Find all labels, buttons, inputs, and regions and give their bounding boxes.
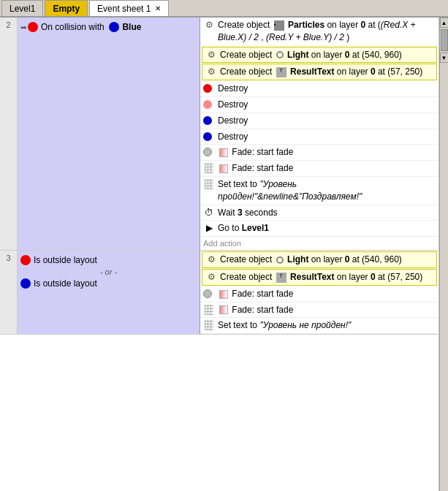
tab-bar: Level1 Empty Event sheet 1 ✕ xyxy=(0,0,448,18)
fade-grid-icon-1 xyxy=(205,163,213,173)
or-separator: - or - xyxy=(20,267,197,277)
tab-event-sheet-1-label: Event sheet 1 xyxy=(97,4,151,14)
action-fade-1: Fade: start fade xyxy=(200,145,438,161)
blue-dot-icon-2 xyxy=(203,131,215,142)
gear-icon: ⚙ xyxy=(203,19,215,31)
gear-icon-3a: ⚙ xyxy=(205,254,217,265)
red-circle-icon-3 xyxy=(20,255,31,265)
blue-circle-icon xyxy=(109,22,119,32)
add-action-1[interactable]: Add action xyxy=(200,237,438,250)
light-icon xyxy=(276,51,284,58)
gray-circle-icon xyxy=(203,146,215,158)
fade-icon-3 xyxy=(219,290,228,299)
grid-icon-3 xyxy=(203,304,215,316)
scroll-down-button[interactable]: ▼ xyxy=(440,53,449,63)
event-table: 2 ➡ On collision with Blue ⚙ Create obje… xyxy=(0,18,439,491)
action-create-light-1-text: Create object Light on layer 0 at (540, … xyxy=(220,49,433,61)
tab-level1[interactable]: Level1 xyxy=(1,0,43,16)
action-destroy-red: Destroy xyxy=(200,81,438,97)
action-goto-level1: ▶ Go to Level1 xyxy=(200,221,438,237)
goto-text: Go to Level1 xyxy=(218,222,436,235)
settext-icon-1 xyxy=(205,179,213,189)
fade-2-text: Fade: start fade xyxy=(218,162,436,175)
action-create-resulttext-2-text: Create object T ResultText on layer 0 at… xyxy=(220,271,433,283)
action-create-resulttext-1: ⚙ Create object T ResultText on layer 0 … xyxy=(202,64,437,80)
row-num-2: 2 xyxy=(0,18,18,250)
textobj-icon: T xyxy=(276,67,286,77)
destroy-red-light-text: Destroy xyxy=(218,99,436,111)
tab-event-sheet-1[interactable]: Event sheet 1 ✕ xyxy=(89,0,169,16)
actions-col-3: ⚙ Create object Light on layer 0 at (540… xyxy=(200,251,438,334)
action-set-text-2: Set text to "Уровень не пройден!" xyxy=(200,318,438,334)
fade-icon-2 xyxy=(219,164,228,173)
condition-outside-red: Is outside layout xyxy=(20,254,197,267)
scroll-up-button[interactable]: ▲ xyxy=(440,18,449,28)
set-text-1-value: Set text to "Уровень пройден!"&newline&"… xyxy=(218,178,436,203)
blue-label: Blue xyxy=(122,22,141,32)
action-create-particles-text: Create object ▪ Particles on layer 0 at … xyxy=(218,19,436,44)
fade-1-text: Fade: start fade xyxy=(218,146,436,159)
destroy-red-text: Destroy xyxy=(218,83,436,95)
goto-icon: ▶ xyxy=(203,222,215,234)
light-icon-3 xyxy=(276,256,284,264)
action-set-text-1: Set text to "Уровень пройден!"&newline&"… xyxy=(200,177,438,205)
event-row-3: 3 Is outside layout - or - Is outside la… xyxy=(0,251,438,335)
destroy-blue-2-text: Destroy xyxy=(218,131,436,143)
settext-icon-2 xyxy=(205,320,213,330)
conditions-col-2: ➡ On collision with Blue xyxy=(18,18,200,250)
main-content: 2 ➡ On collision with Blue ⚙ Create obje… xyxy=(0,18,448,491)
row-num-3: 3 xyxy=(0,251,18,334)
event-row-2: 2 ➡ On collision with Blue ⚙ Create obje… xyxy=(0,18,438,251)
fade-grid-icon-2 xyxy=(205,305,213,315)
gear-icon-3b: ⚙ xyxy=(205,271,217,283)
action-wait: ⏱ Wait 3 seconds xyxy=(200,205,438,221)
tab-empty-label: Empty xyxy=(53,4,80,14)
fade-icon-4 xyxy=(219,305,228,314)
action-create-light-1: ⚙ Create object Light on layer 0 at (540… xyxy=(202,47,437,64)
fade-4-text: Fade: start fade xyxy=(218,304,436,316)
action-create-resulttext-2: ⚙ Create object T ResultText on layer 0 … xyxy=(202,269,437,286)
fade-icon-1 xyxy=(219,148,228,157)
scroll-thumb[interactable] xyxy=(441,29,448,51)
wait-text: Wait 3 seconds xyxy=(218,207,436,219)
red-circle-icon xyxy=(28,22,38,32)
red-light-dot-icon xyxy=(203,99,215,110)
action-create-resulttext-1-text: Create object T ResultText on layer 0 at… xyxy=(220,66,433,78)
set-text-2-value: Set text to "Уровень не пройден!" xyxy=(218,319,436,332)
close-icon[interactable]: ✕ xyxy=(155,4,161,12)
conditions-col-3: Is outside layout - or - Is outside layo… xyxy=(18,251,200,334)
clock-icon: ⏱ xyxy=(203,207,215,218)
action-fade-4: Fade: start fade xyxy=(200,302,438,319)
condition-outside-blue: Is outside layout xyxy=(20,277,197,290)
destroy-blue-1-text: Destroy xyxy=(218,115,436,127)
fade-3-text: Fade: start fade xyxy=(218,288,436,300)
action-create-light-2: ⚙ Create object Light on layer 0 at (540… xyxy=(202,251,437,268)
outside-blue-text: Is outside layout xyxy=(34,278,97,289)
gear-icon: ⚙ xyxy=(205,49,217,61)
textobj-icon-3: T xyxy=(276,273,286,283)
action-fade-3: Fade: start fade xyxy=(200,286,438,302)
collision-text: On collision with xyxy=(41,22,109,32)
particles-icon: ▪ xyxy=(274,20,284,31)
action-create-particles: ⚙ Create object ▪ Particles on layer 0 a… xyxy=(200,18,438,46)
gear-icon: ⚙ xyxy=(205,66,217,77)
actions-col-2: ⚙ Create object ▪ Particles on layer 0 a… xyxy=(200,18,438,250)
action-destroy-red-light: Destroy xyxy=(200,97,438,113)
action-create-light-2-text: Create object Light on layer 0 at (540, … xyxy=(220,254,433,266)
action-destroy-blue-2: Destroy xyxy=(200,129,438,145)
action-destroy-blue-1: Destroy xyxy=(200,113,438,129)
action-fade-2: Fade: start fade xyxy=(200,161,438,177)
outside-red-text: Is outside layout xyxy=(34,255,97,265)
gray-circle-icon-3 xyxy=(203,288,215,300)
grid-icon-set-2 xyxy=(203,319,215,331)
tab-level1-label: Level1 xyxy=(10,4,35,14)
red-dot-icon xyxy=(203,83,215,94)
blue-dot-icon-1 xyxy=(203,115,215,126)
scrollbar[interactable]: ▲ ▼ xyxy=(439,18,448,491)
condition-collision: ➡ On collision with Blue xyxy=(20,20,197,34)
arrow-icon: ➡ xyxy=(20,23,26,31)
tab-empty[interactable]: Empty xyxy=(45,0,88,16)
grid-small-icon xyxy=(203,162,215,174)
blue-circle-icon-3 xyxy=(20,278,31,289)
grid-icon-set xyxy=(203,178,215,190)
